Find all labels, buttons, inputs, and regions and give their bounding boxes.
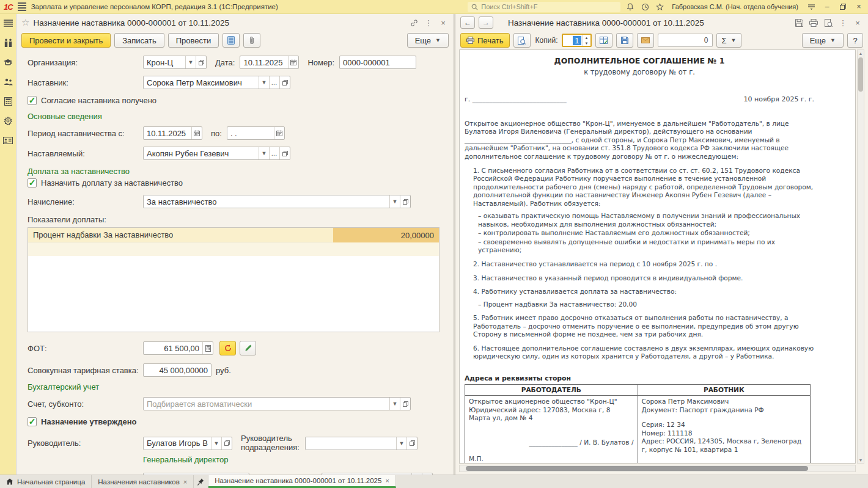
manager-input[interactable] <box>144 437 211 450</box>
close-form-icon[interactable]: × <box>438 17 449 28</box>
global-search[interactable]: Поиск Ctrl+Shift+F <box>468 2 620 12</box>
fot-input[interactable] <box>144 342 202 354</box>
dept-manager-dropdown-icon[interactable]: ▼ <box>396 437 406 450</box>
favorites-star-icon[interactable] <box>655 2 664 12</box>
save-icon[interactable] <box>793 17 804 28</box>
period-from-field[interactable] <box>143 126 202 140</box>
indicator-name-cell[interactable]: Процент надбавки За наставничество <box>28 228 333 242</box>
period-to-calendar-icon[interactable] <box>274 127 284 139</box>
date-input[interactable] <box>240 56 288 68</box>
dept-manager-open-icon[interactable] <box>406 437 417 450</box>
rate-input[interactable] <box>144 364 211 376</box>
pin-tab-button[interactable] <box>194 475 208 488</box>
more-dots-icon[interactable]: ⋮ <box>423 17 434 28</box>
mentor-choose-icon[interactable]: … <box>269 76 279 89</box>
mentee-choose-icon[interactable]: … <box>269 147 279 159</box>
manager-dropdown-icon[interactable]: ▼ <box>211 437 221 450</box>
link-icon[interactable] <box>408 17 419 28</box>
badge-card-icon[interactable] <box>2 135 13 146</box>
form-more-button[interactable]: Еще▼ <box>407 33 449 48</box>
tab-mentor-assignment-current[interactable]: Назначение наставника 0000-000001 от 10.… <box>208 475 396 488</box>
sections-menu-icon[interactable] <box>2 18 13 29</box>
spin-up-icon[interactable]: ▲ <box>583 35 590 40</box>
tab-mentor-assignments-list[interactable]: Назначения наставников× <box>92 475 194 488</box>
dept-manager-input[interactable] <box>306 437 396 450</box>
approved-checkbox[interactable]: ✓ <box>28 417 37 426</box>
account-dropdown-icon[interactable]: ▼ <box>389 398 400 410</box>
close-tab-icon[interactable]: × <box>385 477 389 484</box>
mentor-open-icon[interactable] <box>279 76 290 89</box>
account-input[interactable] <box>144 398 389 410</box>
assign-bonus-checkbox[interactable]: ✓ <box>28 178 37 188</box>
print-preview-button[interactable] <box>513 33 531 48</box>
close-window-button[interactable]: × <box>853 2 864 12</box>
date-calendar-icon[interactable] <box>288 56 298 68</box>
manager-combo[interactable]: ▼ <box>143 437 232 450</box>
copies-spinner[interactable]: 1 ▲▼ <box>562 34 592 47</box>
education-icon[interactable] <box>2 57 13 68</box>
main-menu-icon[interactable] <box>18 2 26 11</box>
mentee-input[interactable] <box>144 147 259 159</box>
mentor-input[interactable] <box>144 76 259 89</box>
vertical-scrollbar[interactable]: ▲▼ <box>857 49 864 464</box>
org-open-icon[interactable] <box>196 56 206 68</box>
horizontal-scrollbar[interactable] <box>459 465 856 472</box>
table-settings-button[interactable] <box>595 33 612 48</box>
accrual-dropdown-icon[interactable]: ▼ <box>389 195 400 208</box>
rate-field[interactable] <box>143 363 211 377</box>
back-button[interactable]: ← <box>460 16 475 29</box>
accrual-open-icon[interactable] <box>400 195 410 208</box>
org-combo[interactable]: ▼ <box>143 56 207 69</box>
mentor-dropdown-icon[interactable]: ▼ <box>259 76 269 89</box>
history-icon[interactable] <box>640 2 650 12</box>
document-page[interactable]: ДОПОЛНИТЕЛЬНОЕ СОГЛАШЕНИЕ № 1 к трудовом… <box>459 49 856 464</box>
close-tab-icon[interactable]: × <box>183 478 187 486</box>
bonus-indicators-table[interactable]: Процент надбавки За наставничество 20,00… <box>28 227 440 332</box>
manager-open-icon[interactable] <box>221 437 232 450</box>
number-field[interactable] <box>339 56 416 69</box>
settings-gear-icon[interactable] <box>2 115 13 126</box>
period-from-input[interactable] <box>144 127 191 139</box>
fot-field[interactable] <box>143 341 213 355</box>
indicator-value-cell[interactable]: 20,00000 <box>333 228 439 242</box>
restore-button[interactable] <box>837 2 848 12</box>
tab-home[interactable]: Начальная страница <box>0 475 92 488</box>
preview-more-button[interactable]: Еще▼ <box>802 33 844 48</box>
send-email-button[interactable] <box>637 33 654 48</box>
team-icon[interactable] <box>2 76 13 87</box>
org-dropdown-icon[interactable]: ▼ <box>185 56 196 68</box>
preview-more-dots-icon[interactable]: ⋮ <box>837 17 848 28</box>
consent-checkbox[interactable]: ✓ <box>28 96 37 105</box>
favorite-star-icon[interactable]: ☆ <box>21 17 29 28</box>
save-file-button[interactable] <box>616 33 633 48</box>
sum-button[interactable]: Σ▼ <box>716 33 742 48</box>
org-input[interactable] <box>144 56 185 68</box>
account-combo[interactable]: ▼ <box>143 397 411 410</box>
preview-zoom-icon[interactable] <box>823 17 834 28</box>
sum-field[interactable]: 0 <box>658 34 713 47</box>
mentee-combo[interactable]: ▼ … <box>143 147 290 160</box>
number-input[interactable] <box>340 56 416 68</box>
table-row[interactable]: Процент надбавки За наставничество 20,00… <box>28 228 439 242</box>
accrual-combo[interactable]: ▼ <box>143 195 411 208</box>
mentor-combo[interactable]: ▼ … <box>143 76 290 89</box>
forward-button[interactable]: → <box>479 16 493 29</box>
attachments-button[interactable] <box>243 33 260 48</box>
period-to-field[interactable] <box>227 126 285 140</box>
help-button[interactable]: ? <box>847 33 863 48</box>
minimize-button[interactable]: – <box>822 2 833 12</box>
accrual-input[interactable] <box>144 195 389 208</box>
service-menu-icon[interactable] <box>806 2 817 12</box>
period-from-calendar-icon[interactable] <box>191 127 202 139</box>
period-to-input[interactable] <box>227 127 274 139</box>
fot-calculator-icon[interactable] <box>202 342 213 354</box>
post-and-close-button[interactable]: Провести и закрыть <box>21 33 111 48</box>
mentee-open-icon[interactable] <box>279 147 290 159</box>
mentee-dropdown-icon[interactable]: ▼ <box>259 147 269 159</box>
dept-manager-combo[interactable]: ▼ <box>305 437 417 450</box>
account-open-icon[interactable] <box>400 398 410 410</box>
print-icon[interactable] <box>808 17 819 28</box>
write-button[interactable]: Записать <box>114 33 164 48</box>
notifications-bell-icon[interactable] <box>625 2 635 12</box>
personnel-icon[interactable] <box>2 37 13 48</box>
